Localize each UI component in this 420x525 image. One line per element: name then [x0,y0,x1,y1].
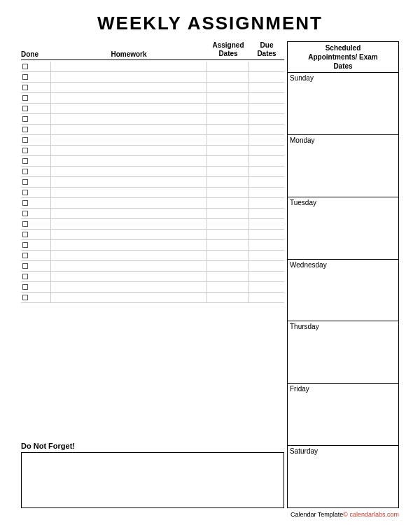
cell-homework[interactable] [50,125,207,134]
cell-homework[interactable] [50,104,207,113]
cell-assigned[interactable] [207,188,249,197]
cell-assigned[interactable] [207,156,249,166]
cell-homework[interactable] [50,209,207,218]
cell-assigned[interactable] [207,177,249,187]
cell-assigned[interactable] [207,282,249,292]
cell-due[interactable] [249,177,284,187]
cell-due[interactable] [249,72,284,82]
checkbox[interactable] [22,211,28,216]
cell-assigned[interactable] [207,135,249,145]
cell-homework[interactable] [50,261,207,271]
cell-assigned[interactable] [207,261,249,271]
cell-homework[interactable] [50,72,207,82]
cell-homework[interactable] [50,282,207,292]
cell-assigned[interactable] [207,209,249,218]
checkbox[interactable] [22,200,28,206]
table-row [21,62,284,72]
cell-due[interactable] [249,83,284,92]
cell-due[interactable] [249,230,284,239]
checkbox[interactable] [22,148,28,153]
table-row [21,72,284,83]
cell-assigned[interactable] [207,230,249,239]
cell-homework[interactable] [50,177,207,187]
cell-due[interactable] [249,188,284,197]
cell-due[interactable] [249,282,284,292]
checkbox[interactable] [22,263,28,269]
cell-assigned[interactable] [207,219,249,229]
cell-homework[interactable] [50,135,207,145]
cell-due[interactable] [249,261,284,271]
checkbox[interactable] [22,221,28,227]
cell-assigned[interactable] [207,251,249,260]
cell-homework[interactable] [50,167,207,176]
cell-homework[interactable] [50,146,207,155]
cell-assigned[interactable] [207,240,249,250]
cell-assigned[interactable] [207,293,249,302]
cell-homework[interactable] [50,198,207,208]
dnf-box[interactable] [21,452,284,508]
cell-assigned[interactable] [207,167,249,176]
cell-assigned[interactable] [207,272,249,281]
cell-homework[interactable] [50,240,207,250]
checkbox[interactable] [22,127,28,132]
cell-assigned[interactable] [207,104,249,113]
checkbox[interactable] [22,95,28,101]
checkbox[interactable] [22,232,28,237]
cell-assigned[interactable] [207,114,249,124]
checkbox[interactable] [22,242,28,248]
checkbox[interactable] [22,116,28,122]
cell-due[interactable] [249,198,284,208]
cell-due[interactable] [249,156,284,166]
checkbox[interactable] [22,295,28,300]
checkbox[interactable] [22,190,28,195]
checkbox[interactable] [22,137,28,143]
cell-done [21,127,50,132]
cell-homework[interactable] [50,114,207,124]
checkbox[interactable] [22,85,28,90]
checkbox[interactable] [22,274,28,279]
cell-due[interactable] [249,62,284,71]
checkbox[interactable] [22,64,28,69]
cell-due[interactable] [249,93,284,103]
day-block: Tuesday [288,197,398,260]
cell-homework[interactable] [50,188,207,197]
cell-assigned[interactable] [207,125,249,134]
cell-homework[interactable] [50,293,207,302]
cell-due[interactable] [249,272,284,281]
page: WEEKLY ASSIGNMENT Done Homework Assigned… [0,0,420,525]
cell-due[interactable] [249,209,284,218]
cell-due[interactable] [249,240,284,250]
cell-homework[interactable] [50,251,207,260]
checkbox[interactable] [22,74,28,80]
cell-due[interactable] [249,146,284,155]
checkbox[interactable] [22,169,28,174]
cell-homework[interactable] [50,230,207,239]
checkbox[interactable] [22,179,28,185]
cell-due[interactable] [249,251,284,260]
checkbox[interactable] [22,106,28,111]
cell-assigned[interactable] [207,72,249,82]
cell-homework[interactable] [50,93,207,103]
cell-homework[interactable] [50,62,207,71]
cell-due[interactable] [249,135,284,145]
cell-homework[interactable] [50,156,207,166]
cell-done [21,148,50,153]
cell-due[interactable] [249,104,284,113]
cell-due[interactable] [249,167,284,176]
checkbox[interactable] [22,284,28,290]
checkbox[interactable] [22,253,28,258]
checkbox[interactable] [22,158,28,164]
cell-homework[interactable] [50,83,207,92]
cell-due[interactable] [249,293,284,302]
cell-due[interactable] [249,114,284,124]
cell-assigned[interactable] [207,146,249,155]
cell-homework[interactable] [50,272,207,281]
cell-assigned[interactable] [207,83,249,92]
cell-assigned[interactable] [207,198,249,208]
cell-assigned[interactable] [207,93,249,103]
cell-homework[interactable] [50,219,207,229]
cell-due[interactable] [249,219,284,229]
cell-assigned[interactable] [207,62,249,71]
cell-due[interactable] [249,125,284,134]
day-block: Friday [288,384,398,446]
